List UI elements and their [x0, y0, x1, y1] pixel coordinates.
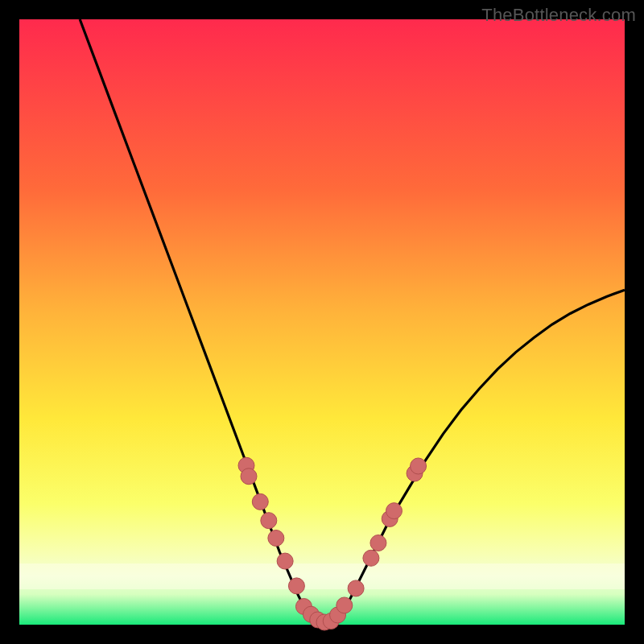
curve-marker — [252, 493, 268, 510]
watermark-text: TheBottleneck.com — [481, 5, 636, 26]
good-zone-band — [19, 564, 625, 589]
bottleneck-chart — [0, 0, 644, 644]
curve-marker — [336, 597, 353, 613]
chart-container: TheBottleneck.com — [0, 0, 644, 644]
plot-background — [19, 19, 625, 625]
curve-marker — [261, 513, 277, 529]
curve-marker — [363, 550, 379, 566]
curve-marker — [277, 553, 293, 569]
curve-marker — [386, 503, 402, 519]
curve-marker — [411, 458, 427, 474]
curve-marker — [241, 469, 257, 485]
curve-marker — [268, 530, 284, 546]
curve-marker — [288, 578, 304, 594]
curve-marker — [348, 580, 364, 597]
curve-marker — [370, 535, 386, 551]
